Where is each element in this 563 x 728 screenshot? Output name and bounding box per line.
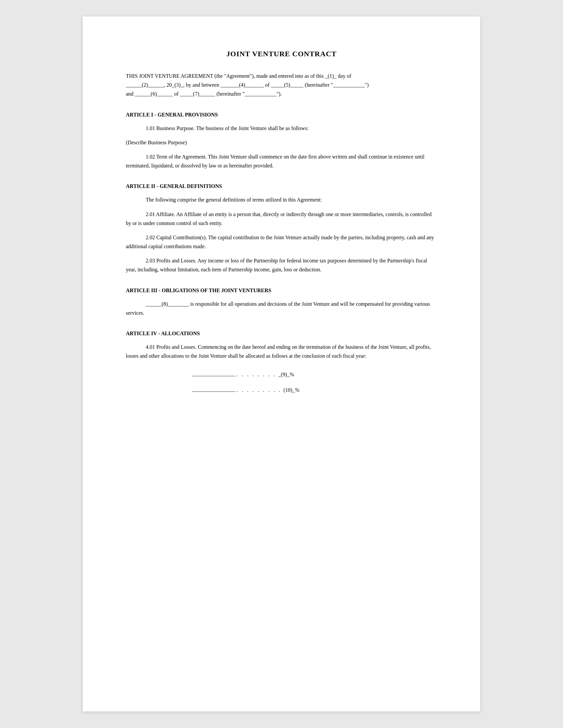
- paragraph-200: The following comprise the general defin…: [126, 195, 437, 204]
- allocation-blank-1: [192, 376, 235, 376]
- intro-line3: and ______(6)______ of _____(7)______ (h…: [126, 91, 282, 97]
- document-page: JOINT VENTURE CONTRACT THIS JOINT VENTUR…: [83, 17, 480, 711]
- article-2-heading: ARTICLE II - GENERAL DEFINITIONS: [126, 183, 437, 189]
- allocation-dots-1: . . . . . . . .: [236, 368, 276, 381]
- paragraph-401: 4.01 Profits and Losses. Commencing on t…: [126, 342, 437, 360]
- intro-block: THIS JOINT VENTURE AGREEMENT (the "Agree…: [126, 71, 437, 99]
- allocation-block: . . . . . . . . _(9)_% . . . . . . . . .…: [192, 368, 437, 396]
- allocation-dots-2: . . . . . . . . .: [236, 384, 282, 396]
- allocation-value-2: (10)_%: [284, 384, 300, 396]
- paragraph-201: 2.01 Affiliate. An Affiliate of an entit…: [126, 210, 437, 228]
- paragraph-202: 2.02 Capital Contribution(s). The capita…: [126, 233, 437, 251]
- paragraph-101b: (Describe Business Purpose): [126, 138, 437, 147]
- intro-line1: THIS JOINT VENTURE AGREEMENT (the "Agree…: [126, 73, 351, 79]
- allocation-blank-2: [192, 391, 235, 392]
- allocation-value-1: _(9)_%: [278, 368, 294, 381]
- paragraph-102: 1.02 Term of the Agreement. This Joint V…: [126, 152, 437, 170]
- paragraph-301: ______(8)________ is responsible for all…: [126, 299, 437, 317]
- article-1-heading: ARTICLE I - GENERAL PROVISIONS: [126, 112, 437, 118]
- intro-line2: ______(2)______, 20_(3)_, by and between…: [126, 82, 369, 88]
- article-3-heading: ARTICLE III - OBLIGATIONS OF THE JOINT V…: [126, 288, 437, 294]
- paragraph-101: 1.01 Business Purpose. The business of t…: [126, 124, 437, 133]
- document-title: JOINT VENTURE CONTRACT: [126, 50, 437, 58]
- allocation-line-2: . . . . . . . . . (10)_%: [192, 384, 437, 396]
- article-4-heading: ARTICLE IV - ALLOCATIONS: [126, 331, 437, 337]
- paragraph-203: 2.03 Profits and Losses. Any income or l…: [126, 256, 437, 274]
- allocation-line-1: . . . . . . . . _(9)_%: [192, 368, 437, 381]
